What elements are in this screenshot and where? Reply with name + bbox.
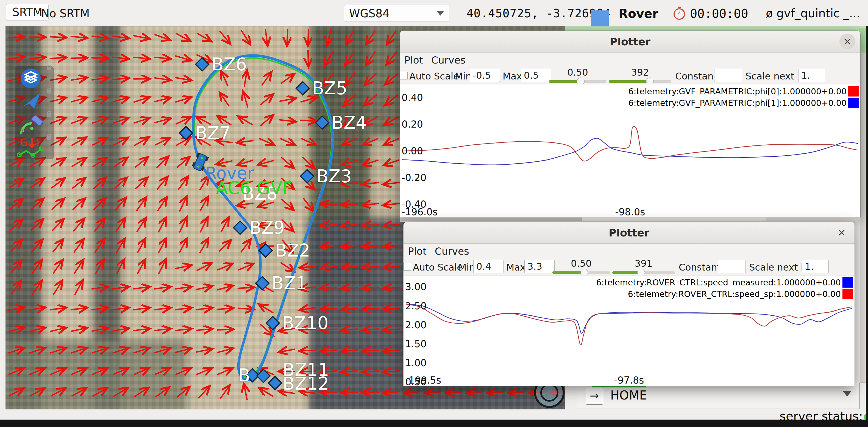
screen-edge bbox=[866, 26, 868, 420]
aircraft-color-swatch[interactable] bbox=[591, 10, 609, 26]
cursor-coordinates: 40.450725, -3.726984 bbox=[466, 7, 611, 20]
lock-icon bbox=[47, 136, 51, 140]
max-input[interactable] bbox=[521, 69, 551, 82]
gvf-field-icon[interactable]: G F bbox=[15, 136, 54, 159]
x-axis-tick: -97.8s bbox=[614, 375, 644, 386]
y-axis-tick: 0.20 bbox=[402, 119, 423, 130]
min-label: Min bbox=[455, 71, 471, 82]
auto-scale-label: Auto Scale bbox=[413, 262, 463, 273]
chevron-down-icon[interactable] bbox=[843, 391, 851, 397]
datum-selected-value: WGS84 bbox=[349, 7, 390, 20]
plot-area: 3.002.502.001.501.000.50-199.5s-97.8s6:t… bbox=[404, 275, 855, 386]
y-axis-tick: 0.40 bbox=[402, 92, 423, 103]
panel-scrollbar[interactable] bbox=[860, 53, 866, 383]
lock-icon bbox=[47, 90, 51, 93]
waypoint-diamond[interactable] bbox=[195, 57, 210, 72]
buffer-size-slider[interactable]: 391 bbox=[612, 258, 675, 276]
waypoint-diamond[interactable] bbox=[256, 368, 271, 383]
waypoint-diamond[interactable] bbox=[179, 126, 193, 141]
top-bar: SRTM No SRTM WGS84 40.450725, -3.726984 … bbox=[0, 0, 868, 26]
waypoint-diamond[interactable] bbox=[232, 220, 247, 235]
constant-label: Constant: bbox=[679, 262, 724, 273]
plotter-scrollbar[interactable] bbox=[400, 217, 860, 222]
max-input[interactable] bbox=[524, 260, 555, 273]
y-axis-tick: 2.00 bbox=[405, 319, 427, 331]
x-axis-tick: -196.0s bbox=[402, 206, 438, 218]
srtm-status-text: No SRTM bbox=[41, 7, 90, 20]
flightplan-progress bbox=[592, 386, 646, 388]
plotter-window-2: Plotter × Plot Curves Auto Scale Min Max… bbox=[403, 222, 855, 386]
waypoint-diamond[interactable] bbox=[268, 376, 282, 391]
update-rate-slider[interactable]: 0.50 bbox=[552, 258, 610, 276]
waypoint-diamond[interactable] bbox=[255, 276, 270, 291]
window-title: Plotter bbox=[404, 227, 855, 239]
flight-time: 00:00:00 bbox=[690, 7, 748, 21]
aircraft-name[interactable]: Rover bbox=[619, 7, 658, 21]
waypoint-diamond[interactable] bbox=[300, 169, 314, 184]
auto-scale-checkbox[interactable] bbox=[400, 72, 408, 80]
y-axis-tick: 2.50 bbox=[405, 301, 427, 312]
slider-value: 0.50 bbox=[549, 67, 607, 78]
menu-plot[interactable]: Plot bbox=[408, 246, 427, 257]
legend-color-swatch bbox=[842, 289, 853, 299]
map-toolbar: G F bbox=[15, 66, 54, 159]
gps-satellite-icon[interactable] bbox=[15, 112, 54, 136]
close-icon[interactable]: × bbox=[834, 225, 849, 240]
curve-line bbox=[406, 304, 852, 334]
waypoint-diamond[interactable] bbox=[258, 243, 273, 258]
y-axis-tick: -0.20 bbox=[402, 172, 427, 183]
window-titlebar[interactable]: Plotter × bbox=[404, 222, 855, 244]
waypoint-diamond[interactable] bbox=[295, 81, 310, 96]
waypoint-label: BZ4 bbox=[332, 114, 367, 132]
lock-icon bbox=[47, 67, 51, 70]
ac-gvf-label: AC6 GVF bbox=[216, 178, 292, 198]
legend-entry[interactable]: 6:telemetry:GVF_PARAMETRIC:phi[0]:1.0000… bbox=[628, 86, 859, 97]
close-icon[interactable]: × bbox=[839, 33, 856, 50]
waypoint-diamond[interactable] bbox=[315, 115, 330, 130]
constant-input[interactable] bbox=[718, 260, 746, 273]
waypoint-label: B bbox=[238, 367, 250, 384]
legend-color-swatch bbox=[842, 277, 853, 288]
update-rate-slider[interactable]: 0.50 bbox=[549, 67, 607, 84]
goto-block-button[interactable]: → bbox=[586, 387, 603, 405]
y-axis-tick: 1.00 bbox=[405, 358, 427, 368]
menu-curves[interactable]: Curves bbox=[435, 246, 469, 257]
window-title: Plotter bbox=[400, 36, 860, 48]
min-input[interactable] bbox=[473, 260, 503, 273]
plot-legend: 6:telemetry:GVF_PARAMETRIC:phi[0]:1.0000… bbox=[628, 86, 859, 109]
waypoint-label: BZ1 bbox=[272, 275, 307, 292]
constant-input[interactable] bbox=[714, 69, 742, 82]
waypoint-diamond[interactable] bbox=[265, 316, 280, 331]
window-titlebar[interactable]: Plotter × bbox=[400, 31, 860, 53]
legend-entry[interactable]: 6:telemetry:GVF_PARAMETRIC:phi[1]:1.0000… bbox=[628, 97, 859, 109]
x-axis-tick: -199.5s bbox=[405, 375, 441, 386]
legend-color-swatch bbox=[848, 86, 859, 96]
waypoint-label: BZ6 bbox=[212, 56, 247, 73]
curve-line bbox=[406, 304, 852, 345]
menu-plot[interactable]: Plot bbox=[404, 54, 423, 66]
legend-text: 6:telemetry:GVF_PARAMETRIC:phi[0]:1.0000… bbox=[628, 87, 846, 96]
waypoint-label: BZ10 bbox=[282, 314, 329, 332]
block-item-home[interactable]: HOME bbox=[610, 388, 647, 402]
scale-next-input[interactable] bbox=[798, 69, 825, 82]
datum-select[interactable]: WGS84 bbox=[344, 5, 450, 22]
buffer-size-slider[interactable]: 392 bbox=[609, 67, 671, 84]
waypoint-label: BZ3 bbox=[316, 167, 351, 185]
legend-entry[interactable]: 6:telemetry:ROVER_CTRL:speed_sp:1.000000… bbox=[596, 288, 853, 300]
min-input[interactable] bbox=[470, 69, 500, 82]
scale-next-input[interactable] bbox=[802, 260, 829, 273]
y-axis-tick: 0.00 bbox=[402, 145, 423, 156]
max-label: Max bbox=[503, 71, 522, 82]
flight-block-label[interactable]: ø gvf_quintic _... bbox=[766, 7, 860, 20]
waypoint-label: BZ9 bbox=[249, 219, 285, 236]
navigation-icon[interactable] bbox=[15, 89, 54, 112]
max-label: Max bbox=[506, 262, 525, 273]
waypoint-label: BZ7 bbox=[195, 124, 230, 142]
auto-scale-checkbox[interactable] bbox=[404, 263, 411, 271]
menu-curves[interactable]: Curves bbox=[431, 54, 466, 66]
legend-entry[interactable]: 6:telemetry:ROVER_CTRL:speed_measured:1.… bbox=[596, 277, 853, 288]
curve-line bbox=[402, 138, 858, 165]
waypoint-label: BZ5 bbox=[312, 80, 347, 97]
curve-line bbox=[402, 126, 858, 161]
layers-icon[interactable] bbox=[15, 66, 54, 89]
